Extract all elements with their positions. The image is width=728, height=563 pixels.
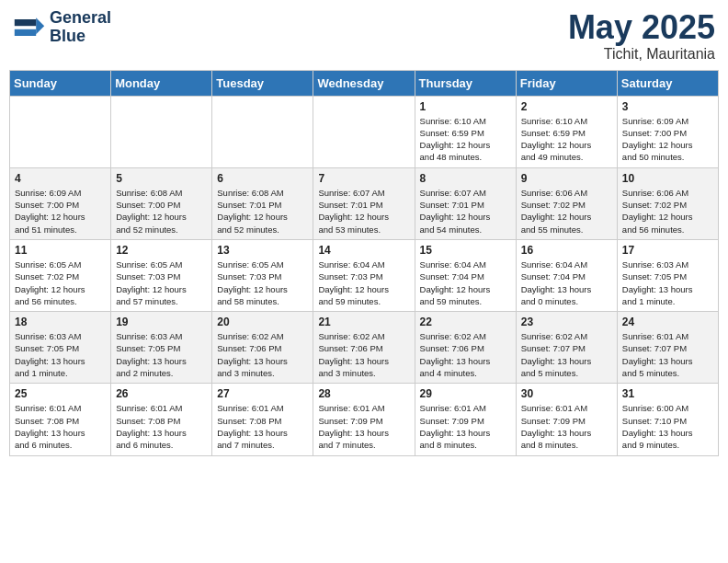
calendar-cell: 11Sunrise: 6:05 AM Sunset: 7:02 PM Dayli… [10, 239, 111, 311]
day-info: Sunrise: 6:03 AM Sunset: 7:05 PM Dayligh… [116, 330, 207, 379]
weekday-header-monday: Monday [111, 70, 212, 96]
calendar-cell: 22Sunrise: 6:02 AM Sunset: 7:06 PM Dayli… [415, 312, 516, 384]
day-number: 20 [217, 316, 308, 328]
day-info: Sunrise: 6:01 AM Sunset: 7:09 PM Dayligh… [420, 402, 511, 451]
day-number: 24 [622, 316, 713, 328]
calendar-cell: 20Sunrise: 6:02 AM Sunset: 7:06 PM Dayli… [212, 312, 313, 384]
day-number: 17 [622, 244, 713, 257]
day-number: 15 [420, 244, 511, 257]
calendar-cell: 1Sunrise: 6:10 AM Sunset: 6:59 PM Daylig… [415, 96, 516, 167]
svg-rect-3 [15, 29, 36, 36]
svg-rect-2 [15, 19, 36, 26]
day-number: 13 [217, 244, 308, 257]
day-number: 7 [318, 172, 409, 185]
day-info: Sunrise: 6:05 AM Sunset: 7:02 PM Dayligh… [15, 259, 106, 307]
day-number: 23 [521, 316, 612, 328]
day-info: Sunrise: 6:10 AM Sunset: 6:59 PM Dayligh… [521, 115, 612, 164]
title-block: May 2025 Tichit, Mauritania [568, 9, 715, 63]
day-info: Sunrise: 6:02 AM Sunset: 7:07 PM Dayligh… [521, 330, 612, 379]
calendar-cell: 18Sunrise: 6:03 AM Sunset: 7:05 PM Dayli… [10, 312, 111, 384]
day-info: Sunrise: 6:01 AM Sunset: 7:07 PM Dayligh… [622, 330, 713, 379]
day-info: Sunrise: 6:02 AM Sunset: 7:06 PM Dayligh… [318, 330, 409, 379]
calendar-cell: 3Sunrise: 6:09 AM Sunset: 7:00 PM Daylig… [617, 96, 718, 167]
day-info: Sunrise: 6:08 AM Sunset: 7:00 PM Dayligh… [116, 187, 207, 236]
calendar-cell: 4Sunrise: 6:09 AM Sunset: 7:00 PM Daylig… [10, 167, 111, 239]
calendar-cell: 24Sunrise: 6:01 AM Sunset: 7:07 PM Dayli… [617, 312, 718, 384]
calendar-row-1: 1Sunrise: 6:10 AM Sunset: 6:59 PM Daylig… [10, 96, 719, 167]
calendar-cell: 31Sunrise: 6:00 AM Sunset: 7:10 PM Dayli… [617, 384, 718, 455]
calendar-cell: 2Sunrise: 6:10 AM Sunset: 6:59 PM Daylig… [516, 96, 617, 167]
logo-icon [13, 11, 46, 44]
day-number: 25 [15, 387, 106, 400]
location: Tichit, Mauritania [568, 46, 715, 63]
day-info: Sunrise: 6:02 AM Sunset: 7:06 PM Dayligh… [420, 330, 511, 379]
day-info: Sunrise: 6:00 AM Sunset: 7:10 PM Dayligh… [622, 402, 713, 451]
calendar-cell [313, 96, 415, 167]
day-info: Sunrise: 6:07 AM Sunset: 7:01 PM Dayligh… [420, 187, 511, 236]
day-info: Sunrise: 6:01 AM Sunset: 7:09 PM Dayligh… [521, 402, 612, 451]
day-number: 30 [521, 387, 612, 400]
day-info: Sunrise: 6:06 AM Sunset: 7:02 PM Dayligh… [622, 187, 713, 236]
calendar-cell: 21Sunrise: 6:02 AM Sunset: 7:06 PM Dayli… [313, 312, 415, 384]
calendar-cell: 8Sunrise: 6:07 AM Sunset: 7:01 PM Daylig… [415, 167, 516, 239]
logo-line1: General [50, 9, 111, 28]
weekday-header-thursday: Thursday [415, 70, 516, 96]
day-number: 28 [318, 387, 409, 400]
day-info: Sunrise: 6:01 AM Sunset: 7:08 PM Dayligh… [217, 402, 308, 451]
day-info: Sunrise: 6:05 AM Sunset: 7:03 PM Dayligh… [116, 259, 207, 307]
day-number: 3 [622, 100, 713, 113]
day-number: 22 [420, 316, 511, 328]
day-info: Sunrise: 6:01 AM Sunset: 7:08 PM Dayligh… [116, 402, 207, 451]
weekday-header-tuesday: Tuesday [212, 70, 313, 96]
calendar-cell: 12Sunrise: 6:05 AM Sunset: 7:03 PM Dayli… [111, 239, 212, 311]
calendar-cell: 16Sunrise: 6:04 AM Sunset: 7:04 PM Dayli… [516, 239, 617, 311]
day-info: Sunrise: 6:09 AM Sunset: 7:00 PM Dayligh… [622, 115, 713, 164]
calendar-cell: 13Sunrise: 6:05 AM Sunset: 7:03 PM Dayli… [212, 239, 313, 311]
day-info: Sunrise: 6:07 AM Sunset: 7:01 PM Dayligh… [318, 187, 409, 236]
calendar-cell [212, 96, 313, 167]
day-info: Sunrise: 6:05 AM Sunset: 7:03 PM Dayligh… [217, 259, 308, 307]
calendar-cell: 26Sunrise: 6:01 AM Sunset: 7:08 PM Dayli… [111, 384, 212, 455]
calendar-cell: 19Sunrise: 6:03 AM Sunset: 7:05 PM Dayli… [111, 312, 212, 384]
calendar-cell: 14Sunrise: 6:04 AM Sunset: 7:03 PM Dayli… [313, 239, 415, 311]
weekday-header-wednesday: Wednesday [313, 70, 415, 96]
calendar-row-2: 4Sunrise: 6:09 AM Sunset: 7:00 PM Daylig… [10, 167, 719, 239]
day-number: 5 [116, 172, 207, 185]
day-info: Sunrise: 6:03 AM Sunset: 7:05 PM Dayligh… [622, 259, 713, 307]
calendar-cell: 28Sunrise: 6:01 AM Sunset: 7:09 PM Dayli… [313, 384, 415, 455]
calendar-cell: 29Sunrise: 6:01 AM Sunset: 7:09 PM Dayli… [415, 384, 516, 455]
calendar-cell: 9Sunrise: 6:06 AM Sunset: 7:02 PM Daylig… [516, 167, 617, 239]
day-number: 14 [318, 244, 409, 257]
day-info: Sunrise: 6:08 AM Sunset: 7:01 PM Dayligh… [217, 187, 308, 236]
day-number: 6 [217, 172, 308, 185]
weekday-header-sunday: Sunday [10, 70, 111, 96]
calendar-cell: 27Sunrise: 6:01 AM Sunset: 7:08 PM Dayli… [212, 384, 313, 455]
calendar: SundayMondayTuesdayWednesdayThursdayFrid… [9, 70, 719, 456]
day-number: 21 [318, 316, 409, 328]
month-title: May 2025 [568, 9, 715, 46]
day-info: Sunrise: 6:01 AM Sunset: 7:08 PM Dayligh… [15, 402, 106, 451]
day-info: Sunrise: 6:02 AM Sunset: 7:06 PM Dayligh… [217, 330, 308, 379]
day-number: 2 [521, 100, 612, 113]
day-info: Sunrise: 6:04 AM Sunset: 7:03 PM Dayligh… [318, 259, 409, 307]
calendar-cell: 6Sunrise: 6:08 AM Sunset: 7:01 PM Daylig… [212, 167, 313, 239]
calendar-cell: 15Sunrise: 6:04 AM Sunset: 7:04 PM Dayli… [415, 239, 516, 311]
calendar-cell: 30Sunrise: 6:01 AM Sunset: 7:09 PM Dayli… [516, 384, 617, 455]
logo: General Blue [13, 9, 111, 46]
day-number: 27 [217, 387, 308, 400]
calendar-row-5: 25Sunrise: 6:01 AM Sunset: 7:08 PM Dayli… [10, 384, 719, 455]
day-info: Sunrise: 6:06 AM Sunset: 7:02 PM Dayligh… [521, 187, 612, 236]
day-number: 19 [116, 316, 207, 328]
day-info: Sunrise: 6:01 AM Sunset: 7:09 PM Dayligh… [318, 402, 409, 451]
calendar-row-3: 11Sunrise: 6:05 AM Sunset: 7:02 PM Dayli… [10, 239, 719, 311]
day-number: 29 [420, 387, 511, 400]
calendar-cell [111, 96, 212, 167]
weekday-header-friday: Friday [516, 70, 617, 96]
page-header: General Blue May 2025 Tichit, Mauritania [9, 9, 719, 63]
weekday-header-saturday: Saturday [617, 70, 718, 96]
calendar-cell [10, 96, 111, 167]
day-number: 31 [622, 387, 713, 400]
calendar-cell: 5Sunrise: 6:08 AM Sunset: 7:00 PM Daylig… [111, 167, 212, 239]
weekday-header-row: SundayMondayTuesdayWednesdayThursdayFrid… [10, 70, 719, 96]
day-info: Sunrise: 6:10 AM Sunset: 6:59 PM Dayligh… [420, 115, 511, 164]
